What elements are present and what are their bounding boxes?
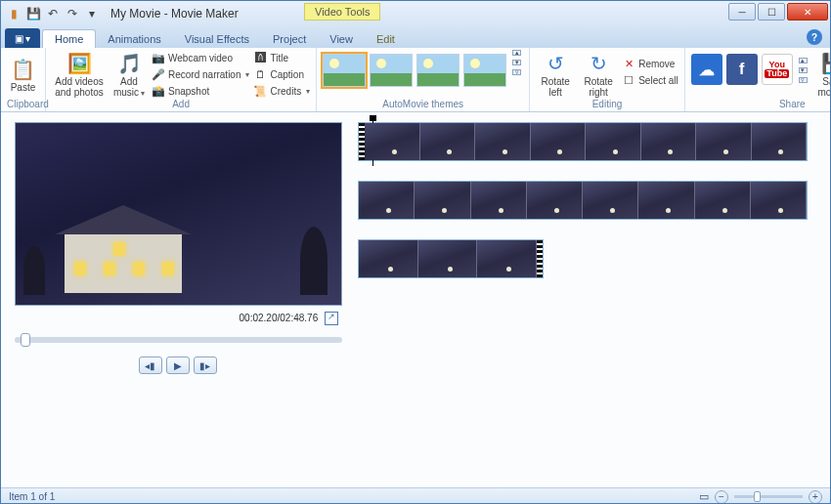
theme-thumb-2[interactable]	[370, 54, 413, 87]
ribbon: 📋 Paste Clipboard 🖼️ Add videos and phot…	[1, 48, 830, 112]
prev-frame-button[interactable]: ◂▮	[139, 357, 162, 374]
clip-row-2[interactable]	[358, 181, 808, 220]
remove-button[interactable]: ✕Remove	[622, 56, 678, 71]
add-column-2: 🅰Title 🗒Caption 📜Credits▾	[253, 50, 310, 99]
add-videos-button[interactable]: 🖼️ Add videos and photos	[52, 50, 107, 99]
theme-thumb-1[interactable]	[323, 54, 366, 87]
file-tab[interactable]: ▣▾	[5, 28, 40, 48]
add-music-button[interactable]: 🎵 Add music▾	[110, 50, 148, 99]
zoom-controls: ▭ − +	[699, 490, 822, 504]
credits-button[interactable]: 📜Credits▾	[253, 83, 310, 99]
photo-icon: 🖼️	[66, 51, 93, 76]
quick-access-toolbar: ▮ 💾 ↶ ↷ ▾	[5, 5, 101, 22]
app-icon[interactable]: ▮	[5, 5, 22, 22]
ribbon-tabstrip: ▣▾ Home Animations Visual Effects Projec…	[1, 26, 830, 48]
qa-redo-icon[interactable]: ↷	[64, 5, 81, 22]
tab-edit[interactable]: Edit	[365, 30, 407, 48]
tab-project[interactable]: Project	[261, 30, 318, 48]
qa-customize-icon[interactable]: ▾	[83, 5, 101, 22]
music-icon: 🎵	[115, 51, 143, 76]
group-label-add: Add	[52, 99, 310, 111]
paste-label: Paste	[11, 82, 36, 93]
credits-icon: 📜	[253, 84, 267, 98]
mic-icon: 🎤	[152, 67, 165, 81]
next-frame-button[interactable]: ▮▸	[194, 357, 217, 374]
status-bar: Item 1 of 1 ▭ − +	[1, 487, 830, 504]
add-videos-label: Add videos and photos	[55, 76, 104, 98]
tab-view[interactable]: View	[318, 30, 365, 48]
qa-undo-icon[interactable]: ↶	[44, 5, 62, 22]
group-editing: ↺ Rotate left ↻ Rotate right ✕Remove ☐Se…	[530, 48, 685, 111]
zoom-out-button[interactable]: −	[715, 490, 728, 504]
help-icon[interactable]: ?	[807, 29, 822, 45]
rotate-right-label: Rotate right	[584, 76, 612, 98]
scrub-bar[interactable]	[15, 337, 342, 343]
zoom-thumb[interactable]	[754, 491, 761, 502]
window-controls: ─ ☐ ✕	[726, 3, 828, 21]
select-all-icon: ☐	[622, 73, 635, 87]
film-edge-end-icon	[537, 240, 543, 277]
rotate-left-label: Rotate left	[541, 76, 569, 98]
group-add: 🖼️ Add videos and photos 🎵 Add music▾ 📷W…	[46, 48, 317, 111]
fullscreen-icon[interactable]	[325, 312, 338, 325]
play-button[interactable]: ▶	[166, 357, 190, 374]
share-youtube-button[interactable]: YouTube	[762, 54, 793, 85]
content-area: 00:02.20/02:48.76 ◂▮ ▶ ▮▸	[1, 112, 830, 487]
group-label-share: Share	[691, 99, 831, 111]
preview-pane: 00:02.20/02:48.76 ◂▮ ▶ ▮▸	[1, 112, 348, 487]
select-all-button[interactable]: ☐Select all	[622, 72, 678, 88]
video-preview[interactable]	[15, 122, 342, 306]
caption-button[interactable]: 🗒Caption	[253, 66, 310, 82]
title-icon: 🅰	[253, 51, 267, 64]
rotate-left-button[interactable]: ↺ Rotate left	[536, 50, 575, 99]
clip-row-3[interactable]	[358, 239, 544, 278]
clip-row-1[interactable]	[358, 122, 808, 161]
tab-home[interactable]: Home	[42, 29, 96, 48]
snapshot-icon: 📸	[152, 84, 165, 98]
tab-animations[interactable]: Animations	[96, 30, 172, 48]
theme-thumb-3[interactable]	[416, 54, 459, 87]
rotate-right-button[interactable]: ↻ Rotate right	[579, 50, 618, 99]
maximize-button[interactable]: ☐	[758, 3, 785, 21]
group-label-themes: AutoMovie themes	[323, 99, 523, 111]
title-button[interactable]: 🅰Title	[253, 50, 310, 65]
add-column-1: 📷Webcam video 🎤Record narration▾ 📸Snapsh…	[152, 50, 249, 99]
rotate-right-icon: ↻	[585, 51, 612, 76]
clipboard-icon: 📋	[10, 57, 37, 82]
remove-icon: ✕	[622, 57, 635, 70]
narration-button[interactable]: 🎤Record narration▾	[152, 66, 249, 82]
scrub-thumb[interactable]	[21, 333, 30, 347]
zoom-slider[interactable]	[734, 495, 803, 498]
save-movie-button[interactable]: 💾 Save movie▾	[813, 50, 831, 99]
group-clipboard: 📋 Paste Clipboard	[1, 48, 46, 111]
add-music-label: Add music▾	[113, 76, 145, 99]
group-share: ☁ f YouTube ▴▾▿ 💾 Save movie▾ 👤 Sign in …	[685, 48, 831, 111]
window-title: My Movie - Movie Maker	[110, 7, 239, 21]
tab-visual-effects[interactable]: Visual Effects	[173, 30, 261, 48]
save-movie-icon: 💾	[820, 51, 831, 76]
zoom-in-button[interactable]: +	[809, 490, 822, 504]
transport-controls: ◂▮ ▶ ▮▸	[15, 357, 340, 374]
status-text: Item 1 of 1	[9, 491, 55, 502]
caption-icon: 🗒	[253, 67, 267, 81]
editing-column: ✕Remove ☐Select all	[622, 56, 678, 88]
theme-thumb-4[interactable]	[463, 54, 506, 87]
save-movie-label: Save movie▾	[817, 76, 831, 99]
rotate-left-icon: ↺	[542, 51, 569, 76]
paste-button[interactable]: 📋 Paste	[7, 50, 39, 99]
close-button[interactable]: ✕	[787, 3, 828, 21]
minimize-button[interactable]: ─	[728, 3, 756, 21]
contextual-tab-header: Video Tools	[304, 3, 380, 21]
group-label-editing: Editing	[536, 99, 678, 111]
themes-gallery-expand[interactable]: ▴▾▿	[510, 50, 523, 75]
timecode-row: 00:02.20/02:48.76	[15, 306, 340, 331]
snapshot-button[interactable]: 📸Snapshot	[152, 83, 249, 99]
qa-save-icon[interactable]: 💾	[24, 5, 42, 22]
thumbnail-size-icon[interactable]: ▭	[699, 490, 709, 503]
share-facebook-button[interactable]: f	[726, 54, 758, 85]
timeline-pane[interactable]	[348, 112, 830, 487]
group-themes: ▴▾▿ AutoMovie themes	[317, 48, 530, 111]
webcam-button[interactable]: 📷Webcam video	[152, 50, 249, 65]
share-gallery-expand[interactable]: ▴▾▿	[797, 58, 809, 83]
share-skydrive-button[interactable]: ☁	[691, 54, 722, 85]
